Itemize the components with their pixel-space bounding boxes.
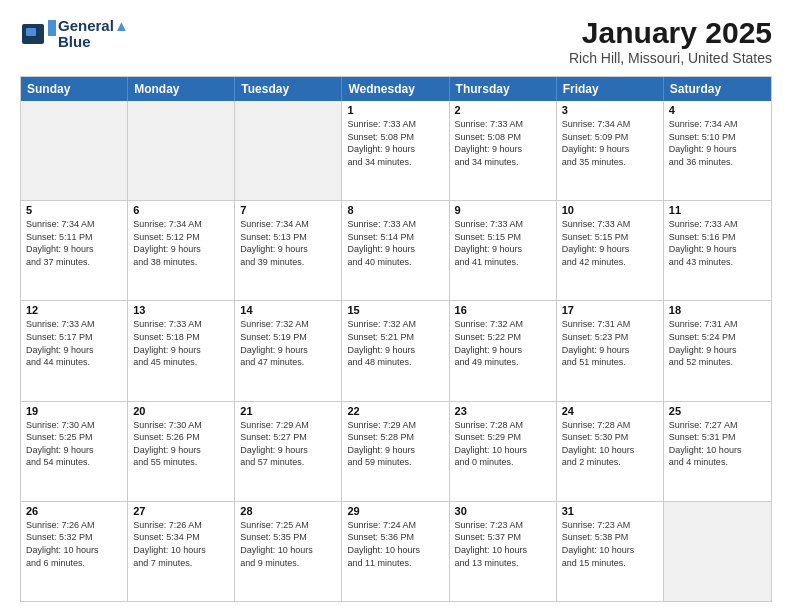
day-info: Sunrise: 7:31 AM Sunset: 5:24 PM Dayligh…	[669, 318, 766, 368]
calendar-cell: 3Sunrise: 7:34 AM Sunset: 5:09 PM Daylig…	[557, 101, 664, 200]
day-info: Sunrise: 7:30 AM Sunset: 5:25 PM Dayligh…	[26, 419, 122, 469]
day-number: 28	[240, 505, 336, 517]
subtitle: Rich Hill, Missouri, United States	[569, 50, 772, 66]
day-number: 22	[347, 405, 443, 417]
calendar-cell: 29Sunrise: 7:24 AM Sunset: 5:36 PM Dayli…	[342, 502, 449, 601]
day-info: Sunrise: 7:34 AM Sunset: 5:13 PM Dayligh…	[240, 218, 336, 268]
calendar-cell: 11Sunrise: 7:33 AM Sunset: 5:16 PM Dayli…	[664, 201, 771, 300]
calendar-cell: 22Sunrise: 7:29 AM Sunset: 5:28 PM Dayli…	[342, 402, 449, 501]
main-title: January 2025	[569, 16, 772, 50]
calendar: Sunday Monday Tuesday Wednesday Thursday…	[20, 76, 772, 602]
header-friday: Friday	[557, 77, 664, 101]
header-thursday: Thursday	[450, 77, 557, 101]
day-info: Sunrise: 7:33 AM Sunset: 5:14 PM Dayligh…	[347, 218, 443, 268]
day-number: 6	[133, 204, 229, 216]
day-info: Sunrise: 7:32 AM Sunset: 5:22 PM Dayligh…	[455, 318, 551, 368]
day-info: Sunrise: 7:33 AM Sunset: 5:15 PM Dayligh…	[562, 218, 658, 268]
header: General▲ Blue January 2025 Rich Hill, Mi…	[20, 16, 772, 66]
day-info: Sunrise: 7:27 AM Sunset: 5:31 PM Dayligh…	[669, 419, 766, 469]
day-number: 14	[240, 304, 336, 316]
day-info: Sunrise: 7:25 AM Sunset: 5:35 PM Dayligh…	[240, 519, 336, 569]
day-number: 23	[455, 405, 551, 417]
calendar-cell: 26Sunrise: 7:26 AM Sunset: 5:32 PM Dayli…	[21, 502, 128, 601]
day-number: 31	[562, 505, 658, 517]
day-info: Sunrise: 7:34 AM Sunset: 5:09 PM Dayligh…	[562, 118, 658, 168]
day-info: Sunrise: 7:33 AM Sunset: 5:08 PM Dayligh…	[455, 118, 551, 168]
day-number: 27	[133, 505, 229, 517]
day-number: 19	[26, 405, 122, 417]
calendar-cell: 19Sunrise: 7:30 AM Sunset: 5:25 PM Dayli…	[21, 402, 128, 501]
calendar-cell: 31Sunrise: 7:23 AM Sunset: 5:38 PM Dayli…	[557, 502, 664, 601]
day-info: Sunrise: 7:31 AM Sunset: 5:23 PM Dayligh…	[562, 318, 658, 368]
day-info: Sunrise: 7:33 AM Sunset: 5:18 PM Dayligh…	[133, 318, 229, 368]
title-block: January 2025 Rich Hill, Missouri, United…	[569, 16, 772, 66]
day-number: 17	[562, 304, 658, 316]
day-info: Sunrise: 7:33 AM Sunset: 5:15 PM Dayligh…	[455, 218, 551, 268]
calendar-cell: 30Sunrise: 7:23 AM Sunset: 5:37 PM Dayli…	[450, 502, 557, 601]
day-info: Sunrise: 7:28 AM Sunset: 5:29 PM Dayligh…	[455, 419, 551, 469]
calendar-cell: 5Sunrise: 7:34 AM Sunset: 5:11 PM Daylig…	[21, 201, 128, 300]
calendar-cell: 16Sunrise: 7:32 AM Sunset: 5:22 PM Dayli…	[450, 301, 557, 400]
calendar-cell: 27Sunrise: 7:26 AM Sunset: 5:34 PM Dayli…	[128, 502, 235, 601]
svg-marker-2	[48, 20, 56, 36]
calendar-cell	[664, 502, 771, 601]
calendar-cell: 25Sunrise: 7:27 AM Sunset: 5:31 PM Dayli…	[664, 402, 771, 501]
day-number: 21	[240, 405, 336, 417]
page: General▲ Blue January 2025 Rich Hill, Mi…	[0, 0, 792, 612]
day-number: 20	[133, 405, 229, 417]
day-number: 1	[347, 104, 443, 116]
day-number: 18	[669, 304, 766, 316]
calendar-cell: 18Sunrise: 7:31 AM Sunset: 5:24 PM Dayli…	[664, 301, 771, 400]
day-info: Sunrise: 7:34 AM Sunset: 5:12 PM Dayligh…	[133, 218, 229, 268]
header-wednesday: Wednesday	[342, 77, 449, 101]
calendar-cell: 28Sunrise: 7:25 AM Sunset: 5:35 PM Dayli…	[235, 502, 342, 601]
day-info: Sunrise: 7:26 AM Sunset: 5:34 PM Dayligh…	[133, 519, 229, 569]
logo-text: General▲	[58, 18, 129, 35]
day-info: Sunrise: 7:29 AM Sunset: 5:27 PM Dayligh…	[240, 419, 336, 469]
calendar-cell: 10Sunrise: 7:33 AM Sunset: 5:15 PM Dayli…	[557, 201, 664, 300]
day-info: Sunrise: 7:28 AM Sunset: 5:30 PM Dayligh…	[562, 419, 658, 469]
calendar-cell	[21, 101, 128, 200]
calendar-cell: 8Sunrise: 7:33 AM Sunset: 5:14 PM Daylig…	[342, 201, 449, 300]
calendar-cell: 1Sunrise: 7:33 AM Sunset: 5:08 PM Daylig…	[342, 101, 449, 200]
calendar-body: 1Sunrise: 7:33 AM Sunset: 5:08 PM Daylig…	[21, 101, 771, 601]
day-number: 29	[347, 505, 443, 517]
day-number: 24	[562, 405, 658, 417]
day-info: Sunrise: 7:33 AM Sunset: 5:17 PM Dayligh…	[26, 318, 122, 368]
day-number: 3	[562, 104, 658, 116]
day-info: Sunrise: 7:32 AM Sunset: 5:19 PM Dayligh…	[240, 318, 336, 368]
calendar-cell: 2Sunrise: 7:33 AM Sunset: 5:08 PM Daylig…	[450, 101, 557, 200]
calendar-cell: 12Sunrise: 7:33 AM Sunset: 5:17 PM Dayli…	[21, 301, 128, 400]
day-number: 5	[26, 204, 122, 216]
day-number: 30	[455, 505, 551, 517]
calendar-cell: 6Sunrise: 7:34 AM Sunset: 5:12 PM Daylig…	[128, 201, 235, 300]
logo: General▲ Blue	[20, 16, 129, 52]
calendar-cell: 15Sunrise: 7:32 AM Sunset: 5:21 PM Dayli…	[342, 301, 449, 400]
day-info: Sunrise: 7:33 AM Sunset: 5:08 PM Dayligh…	[347, 118, 443, 168]
day-number: 15	[347, 304, 443, 316]
day-info: Sunrise: 7:23 AM Sunset: 5:37 PM Dayligh…	[455, 519, 551, 569]
day-number: 9	[455, 204, 551, 216]
day-number: 16	[455, 304, 551, 316]
day-info: Sunrise: 7:23 AM Sunset: 5:38 PM Dayligh…	[562, 519, 658, 569]
day-info: Sunrise: 7:30 AM Sunset: 5:26 PM Dayligh…	[133, 419, 229, 469]
day-number: 13	[133, 304, 229, 316]
calendar-row-1: 1Sunrise: 7:33 AM Sunset: 5:08 PM Daylig…	[21, 101, 771, 200]
calendar-cell: 9Sunrise: 7:33 AM Sunset: 5:15 PM Daylig…	[450, 201, 557, 300]
day-number: 8	[347, 204, 443, 216]
day-info: Sunrise: 7:29 AM Sunset: 5:28 PM Dayligh…	[347, 419, 443, 469]
day-number: 11	[669, 204, 766, 216]
logo-text2: Blue	[58, 34, 129, 51]
calendar-cell	[235, 101, 342, 200]
day-number: 26	[26, 505, 122, 517]
day-number: 10	[562, 204, 658, 216]
calendar-cell: 4Sunrise: 7:34 AM Sunset: 5:10 PM Daylig…	[664, 101, 771, 200]
calendar-cell: 7Sunrise: 7:34 AM Sunset: 5:13 PM Daylig…	[235, 201, 342, 300]
day-number: 2	[455, 104, 551, 116]
calendar-row-5: 26Sunrise: 7:26 AM Sunset: 5:32 PM Dayli…	[21, 501, 771, 601]
header-monday: Monday	[128, 77, 235, 101]
day-info: Sunrise: 7:34 AM Sunset: 5:11 PM Dayligh…	[26, 218, 122, 268]
calendar-cell: 21Sunrise: 7:29 AM Sunset: 5:27 PM Dayli…	[235, 402, 342, 501]
calendar-cell: 20Sunrise: 7:30 AM Sunset: 5:26 PM Dayli…	[128, 402, 235, 501]
calendar-cell: 23Sunrise: 7:28 AM Sunset: 5:29 PM Dayli…	[450, 402, 557, 501]
